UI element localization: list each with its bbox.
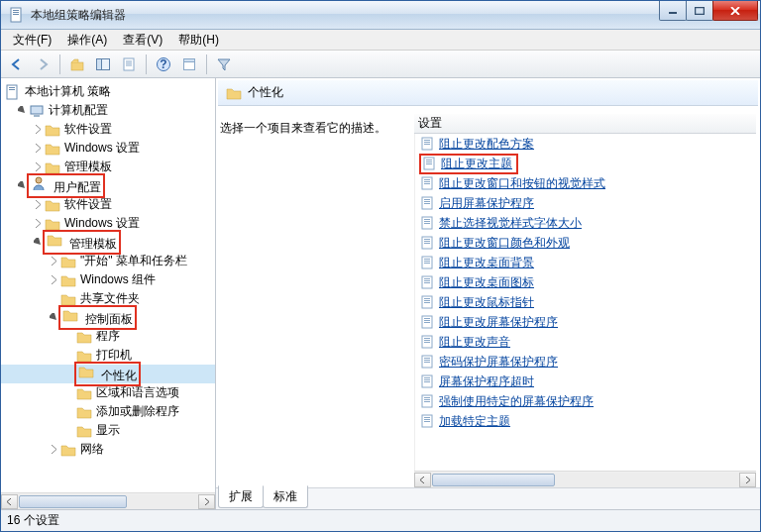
expander-icon[interactable] bbox=[33, 143, 44, 154]
policy-tree[interactable]: 本地计算机 策略 计算机配置 软件设置 Windows 设置 bbox=[1, 78, 215, 492]
setting-row[interactable]: 阻止更改鼠标指针 bbox=[415, 292, 756, 312]
setting-icon bbox=[419, 314, 435, 330]
tree-admin-templates[interactable]: 管理模板 bbox=[1, 233, 215, 252]
tree-control-panel[interactable]: 控制面板 bbox=[1, 308, 215, 327]
setting-row[interactable]: 阻止更改屏幕保护程序 bbox=[415, 312, 756, 332]
tree-item[interactable]: 程序 bbox=[1, 327, 215, 346]
setting-row[interactable]: 强制使用特定的屏幕保护程序 bbox=[415, 391, 756, 411]
window-controls bbox=[660, 1, 758, 21]
setting-row[interactable]: 屏幕保护程序超时 bbox=[415, 372, 756, 391]
menu-help[interactable]: 帮助(H) bbox=[170, 30, 227, 51]
setting-link[interactable]: 启用屏幕保护程序 bbox=[439, 195, 534, 212]
tab-standard[interactable]: 标准 bbox=[263, 485, 308, 508]
titlebar[interactable]: 本地组策略编辑器 bbox=[1, 1, 760, 30]
export-list-button[interactable] bbox=[117, 53, 141, 76]
setting-link[interactable]: 阻止更改窗口和按钮的视觉样式 bbox=[439, 175, 605, 192]
setting-row[interactable]: 阻止更改声音 bbox=[415, 332, 756, 352]
tree-label: 计算机配置 bbox=[46, 102, 108, 119]
properties-button[interactable] bbox=[177, 53, 201, 76]
menubar: 文件(F) 操作(A) 查看(V) 帮助(H) bbox=[1, 30, 760, 51]
settings-hscrollbar[interactable] bbox=[414, 471, 756, 487]
scroll-left-icon[interactable] bbox=[414, 473, 431, 487]
back-button[interactable] bbox=[5, 53, 29, 76]
expander-icon[interactable] bbox=[33, 199, 44, 210]
setting-row[interactable]: 禁止选择视觉样式字体大小 bbox=[415, 213, 756, 233]
setting-link[interactable]: 阻止更改声音 bbox=[439, 334, 510, 351]
scroll-track[interactable] bbox=[431, 473, 739, 487]
tree-item[interactable]: 网络 bbox=[1, 440, 215, 459]
help-button[interactable]: ? bbox=[152, 53, 175, 76]
tree-root[interactable]: 本地计算机 策略 bbox=[1, 82, 215, 101]
scroll-thumb[interactable] bbox=[19, 495, 127, 508]
setting-row[interactable]: 阻止更改桌面图标 bbox=[415, 272, 756, 292]
tree-hscrollbar[interactable] bbox=[1, 492, 215, 509]
setting-row[interactable]: 阻止更改窗口和按钮的视觉样式 bbox=[415, 173, 756, 193]
setting-link[interactable]: 阻止更改鼠标指针 bbox=[439, 294, 534, 311]
setting-link[interactable]: 阻止更改桌面背景 bbox=[439, 255, 534, 271]
tree-user-config[interactable]: 用户配置 bbox=[1, 176, 215, 195]
expander-icon[interactable] bbox=[33, 161, 44, 172]
folder-icon bbox=[76, 423, 92, 439]
svg-rect-17 bbox=[31, 106, 43, 114]
forward-button[interactable] bbox=[31, 53, 54, 76]
svg-rect-3 bbox=[13, 14, 19, 15]
tree-item[interactable]: 软件设置 bbox=[1, 120, 215, 139]
setting-row[interactable]: 启用屏幕保护程序 bbox=[415, 193, 756, 213]
menu-view[interactable]: 查看(V) bbox=[115, 30, 170, 51]
show-hide-tree-button[interactable] bbox=[91, 53, 115, 76]
tree-item[interactable]: 添加或删除程序 bbox=[1, 402, 215, 421]
expander-icon[interactable] bbox=[49, 256, 59, 266]
close-button[interactable] bbox=[712, 1, 758, 21]
tree-personalization[interactable]: 个性化 bbox=[1, 365, 215, 383]
setting-link[interactable]: 阻止更改主题 bbox=[441, 156, 512, 172]
settings-header[interactable]: 设置 bbox=[414, 114, 756, 134]
setting-link[interactable]: 屏幕保护程序超时 bbox=[439, 373, 534, 390]
filter-button[interactable] bbox=[212, 53, 236, 76]
toolbar-separator bbox=[206, 54, 207, 74]
setting-link[interactable]: 阻止更改配色方案 bbox=[439, 136, 534, 153]
setting-link[interactable]: 阻止更改屏幕保护程序 bbox=[439, 314, 558, 331]
svg-rect-74 bbox=[424, 399, 430, 400]
setting-link[interactable]: 禁止选择视觉样式字体大小 bbox=[439, 215, 582, 232]
svg-rect-78 bbox=[424, 419, 430, 420]
tree-item[interactable]: "开始" 菜单和任务栏 bbox=[1, 252, 215, 270]
svg-rect-37 bbox=[424, 219, 430, 220]
maximize-button[interactable] bbox=[686, 1, 713, 21]
tree-item[interactable]: Windows 组件 bbox=[1, 270, 215, 289]
setting-row[interactable]: 密码保护屏幕保护程序 bbox=[415, 352, 756, 372]
setting-link[interactable]: 阻止更改桌面图标 bbox=[439, 274, 534, 291]
setting-link[interactable]: 密码保护屏幕保护程序 bbox=[439, 354, 558, 371]
expander-icon[interactable] bbox=[33, 218, 44, 229]
menu-action[interactable]: 操作(A) bbox=[59, 30, 115, 51]
tab-extended[interactable]: 扩展 bbox=[218, 485, 264, 508]
minimize-button[interactable] bbox=[659, 1, 687, 21]
tree-item[interactable]: Windows 设置 bbox=[1, 139, 215, 158]
svg-rect-31 bbox=[424, 183, 430, 184]
expander-icon[interactable] bbox=[17, 105, 28, 116]
scroll-track[interactable] bbox=[18, 494, 198, 509]
settings-list[interactable]: 阻止更改配色方案阻止更改主题阻止更改窗口和按钮的视觉样式启用屏幕保护程序禁止选择… bbox=[414, 134, 756, 471]
setting-link[interactable]: 强制使用特定的屏幕保护程序 bbox=[439, 393, 594, 410]
expander-icon[interactable] bbox=[49, 444, 59, 455]
setting-row[interactable]: 阻止更改主题 bbox=[415, 154, 756, 173]
tree-computer-config[interactable]: 计算机配置 bbox=[1, 101, 215, 120]
setting-link[interactable]: 阻止更改窗口颜色和外观 bbox=[439, 235, 570, 252]
details-pane: 个性化 选择一个项目来查看它的描述。 设置 阻止更改配色方案阻止更改主题阻止更改… bbox=[216, 78, 760, 509]
expander-icon[interactable] bbox=[49, 274, 59, 285]
setting-row[interactable]: 加载特定主题 bbox=[415, 411, 756, 431]
up-button[interactable] bbox=[65, 53, 89, 76]
setting-row[interactable]: 阻止更改桌面背景 bbox=[415, 253, 756, 272]
scroll-right-icon[interactable] bbox=[198, 494, 215, 509]
svg-rect-27 bbox=[426, 163, 432, 164]
scroll-right-icon[interactable] bbox=[739, 473, 756, 487]
tree-item[interactable]: 显示 bbox=[1, 421, 215, 440]
tree-item[interactable]: 区域和语言选项 bbox=[1, 383, 215, 402]
setting-row[interactable]: 阻止更改配色方案 bbox=[415, 134, 756, 154]
expander-icon[interactable] bbox=[33, 124, 44, 135]
scroll-left-icon[interactable] bbox=[1, 494, 18, 509]
menu-file[interactable]: 文件(F) bbox=[5, 30, 59, 51]
scroll-thumb[interactable] bbox=[432, 474, 555, 486]
setting-link[interactable]: 加载特定主题 bbox=[439, 413, 510, 430]
svg-rect-70 bbox=[424, 379, 430, 380]
setting-row[interactable]: 阻止更改窗口颜色和外观 bbox=[415, 233, 756, 253]
